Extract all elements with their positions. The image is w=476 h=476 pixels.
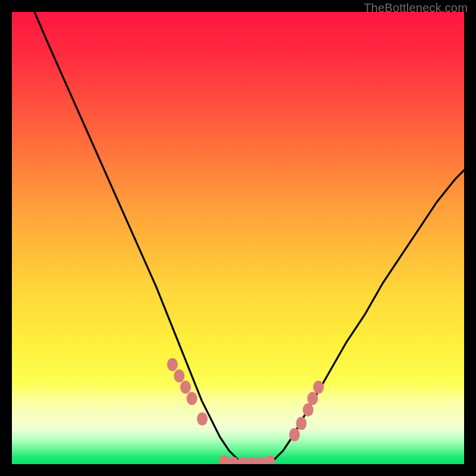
marker-dot (307, 392, 318, 405)
marker-dot (186, 392, 197, 405)
marker-dot (289, 428, 300, 441)
marker-dot (167, 358, 178, 371)
chart-background (12, 12, 464, 464)
watermark-text: TheBottleneck.com (364, 1, 468, 15)
marker-dot (197, 412, 208, 425)
chart-frame: TheBottleneck.com (0, 0, 476, 476)
marker-dot (180, 381, 191, 394)
marker-dot (313, 381, 324, 394)
marker-dot (296, 417, 306, 430)
bottleneck-chart (12, 12, 464, 464)
marker-dot (174, 369, 184, 383)
marker-dot (303, 403, 314, 416)
